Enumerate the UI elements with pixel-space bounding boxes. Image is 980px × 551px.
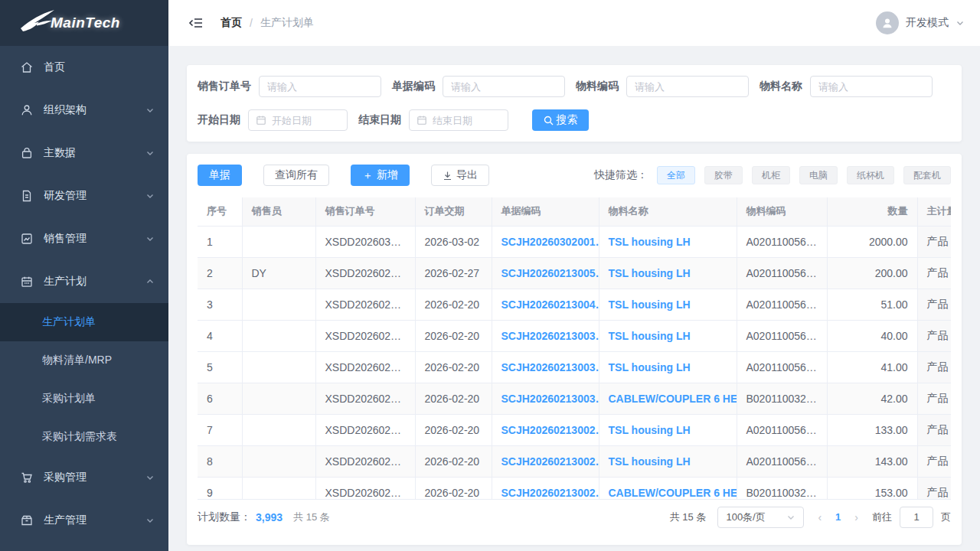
doc-code-input[interactable] bbox=[443, 76, 565, 97]
end-date-input[interactable] bbox=[433, 115, 501, 126]
table-row[interactable]: 2DYXSDD202602…2026-02-27SCJH20260213005…… bbox=[198, 257, 951, 289]
cell-doc-code[interactable]: SCJH20260302001… bbox=[492, 226, 599, 257]
search-filter-panel: 销售订单号 单据编码 物料编码 物料名称 bbox=[187, 65, 962, 142]
quick-filter-cup-machine[interactable]: 纸杯机 bbox=[847, 166, 894, 184]
table-scroll-area[interactable]: 序号 销售员 销售订单号 订单交期 单据编码 物料名称 物料编码 数量 主计量单… bbox=[198, 197, 951, 499]
breadcrumb-separator: / bbox=[250, 17, 253, 29]
user-menu[interactable]: 开发模式 bbox=[876, 11, 965, 34]
cell-sales-order: XSDD202602… bbox=[315, 383, 415, 414]
cell-sales-order: XSDD202602… bbox=[315, 445, 415, 477]
material-code-input[interactable] bbox=[626, 76, 749, 97]
search-icon bbox=[544, 116, 554, 126]
sidebar-item-bom-mrp[interactable]: 物料清单/MRP bbox=[0, 341, 168, 380]
cell-material-name[interactable]: CABLEW/COUPLER 6 HE bbox=[599, 477, 737, 499]
quick-filter-computer[interactable]: 电脑 bbox=[799, 166, 838, 184]
end-date-picker[interactable] bbox=[409, 109, 508, 131]
cell-material-name[interactable]: TSL housing LH bbox=[599, 226, 737, 257]
sidebar: MainTech 首页 组织架构 主数据 bbox=[0, 0, 168, 551]
cell-salesperson bbox=[242, 414, 315, 445]
export-button[interactable]: 导出 bbox=[431, 165, 489, 186]
breadcrumb-home[interactable]: 首页 bbox=[220, 16, 242, 30]
query-all-button[interactable]: 查询所有 bbox=[263, 165, 329, 186]
cell-material-name[interactable]: TSL housing LH bbox=[599, 257, 737, 289]
sidebar-item-purchasing[interactable]: 采购管理 bbox=[0, 456, 168, 499]
bag-icon bbox=[20, 146, 34, 160]
sidebar-item-home[interactable]: 首页 bbox=[0, 46, 168, 89]
prev-page-icon[interactable]: ‹ bbox=[815, 511, 824, 523]
page-number[interactable]: 1 bbox=[835, 511, 841, 523]
cell-doc-code[interactable]: SCJH20260213003… bbox=[492, 351, 599, 383]
table-row[interactable]: 9XSDD202602…2026-02-20SCJH20260213002…CA… bbox=[198, 477, 951, 499]
sidebar-item-label: 采购管理 bbox=[44, 471, 87, 484]
cell-doc-code[interactable]: SCJH20260213004… bbox=[492, 289, 599, 320]
cell-delivery-date: 2026-02-20 bbox=[415, 289, 492, 320]
cell-doc-code[interactable]: SCJH20260213003… bbox=[492, 320, 599, 351]
chevron-down-icon bbox=[145, 191, 155, 201]
cell-sales-order: XSDD202602… bbox=[315, 320, 415, 351]
cell-salesperson bbox=[242, 351, 315, 383]
cell-material-name[interactable]: TSL housing LH bbox=[599, 445, 737, 477]
quick-filter-kit-machine[interactable]: 配套机 bbox=[903, 166, 951, 184]
sidebar-item-production-plan[interactable]: 生产计划 bbox=[0, 260, 168, 303]
cell-material-name[interactable]: TSL housing LH bbox=[599, 351, 737, 383]
quick-filter-group: 快捷筛选： 全部 胶带 机柜 电脑 纸杯机 配套机 bbox=[594, 166, 951, 184]
add-button[interactable]: ＋ 新增 bbox=[351, 165, 410, 186]
cell-material-name[interactable]: TSL housing LH bbox=[599, 414, 737, 445]
cell-material-name[interactable]: CABLEW/COUPLER 6 HE bbox=[599, 383, 737, 414]
cell-doc-code[interactable]: SCJH20260213005… bbox=[492, 257, 599, 289]
table-row[interactable]: 6XSDD202602…2026-02-20SCJH20260213003…CA… bbox=[198, 383, 951, 414]
cell-material-code: A020110056… bbox=[737, 351, 827, 383]
cell-doc-code[interactable]: SCJH20260213003… bbox=[492, 383, 599, 414]
cell-salesperson bbox=[242, 320, 315, 351]
cell-quantity: 2000.00 bbox=[827, 226, 917, 257]
sidebar-item-production-mgmt[interactable]: 生产管理 bbox=[0, 499, 168, 542]
sidebar-item-rnd[interactable]: 研发管理 bbox=[0, 174, 168, 217]
table-row[interactable]: 5XSDD202602…2026-02-20SCJH20260213003…TS… bbox=[198, 351, 951, 383]
cell-salesperson bbox=[242, 226, 315, 257]
start-date-picker[interactable] bbox=[248, 109, 348, 131]
cell-sales-order: XSDD202602… bbox=[315, 257, 415, 289]
quick-filter-tape[interactable]: 胶带 bbox=[704, 166, 743, 184]
field-label: 物料名称 bbox=[760, 80, 802, 93]
table-row[interactable]: 4XSDD202602…2026-02-20SCJH20260213003…TS… bbox=[198, 320, 951, 351]
plus-icon: ＋ bbox=[362, 170, 373, 181]
table-row[interactable]: 1XSDD202603…2026-03-02SCJH20260302001…TS… bbox=[198, 226, 951, 257]
cell-salesperson: DY bbox=[242, 257, 315, 289]
doc-button-label: 单据 bbox=[209, 168, 230, 182]
col-unit: 主计量单位 bbox=[917, 197, 951, 226]
sales-order-input[interactable] bbox=[259, 76, 381, 97]
quick-filter-cabinet[interactable]: 机柜 bbox=[752, 166, 790, 184]
cell-doc-code[interactable]: SCJH20260213002… bbox=[492, 477, 599, 499]
sidebar-item-organization[interactable]: 组织架构 bbox=[0, 89, 168, 132]
table-row[interactable]: 8XSDD202602…2026-02-20SCJH20260213002…TS… bbox=[198, 445, 951, 477]
col-material-code: 物料编码 bbox=[737, 197, 827, 226]
cell-material-name[interactable]: TSL housing LH bbox=[599, 320, 737, 351]
sidebar-item-purchase-plan-order[interactable]: 采购计划单 bbox=[0, 380, 168, 418]
cell-doc-code[interactable]: SCJH20260213002… bbox=[492, 445, 599, 477]
sidebar-item-purchase-plan-demand[interactable]: 采购计划需求表 bbox=[0, 418, 168, 456]
cell-index: 5 bbox=[198, 351, 242, 383]
table-row[interactable]: 7XSDD202602…2026-02-20SCJH20260213002…TS… bbox=[198, 414, 951, 445]
sidebar-item-sales[interactable]: 销售管理 bbox=[0, 217, 168, 260]
sidebar-item-master-data[interactable]: 主数据 bbox=[0, 132, 168, 174]
avatar bbox=[876, 11, 899, 34]
doc-button[interactable]: 单据 bbox=[198, 165, 242, 186]
cell-delivery-date: 2026-02-20 bbox=[415, 414, 492, 445]
sidebar-item-label: 生产计划 bbox=[44, 275, 87, 289]
goto-page-input[interactable] bbox=[900, 507, 933, 528]
cell-index: 3 bbox=[198, 289, 242, 320]
search-button[interactable]: 搜索 bbox=[532, 109, 589, 131]
page-size-select[interactable]: 100条/页 bbox=[717, 507, 804, 528]
cell-quantity: 42.00 bbox=[827, 383, 917, 414]
material-name-input[interactable] bbox=[810, 76, 933, 97]
brand-logo[interactable]: MainTech bbox=[0, 0, 168, 46]
table-row[interactable]: 3XSDD202602…2026-02-20SCJH20260213004…TS… bbox=[198, 289, 951, 320]
cell-doc-code[interactable]: SCJH20260213002… bbox=[492, 414, 599, 445]
cell-material-name[interactable]: TSL housing LH bbox=[599, 289, 737, 320]
cell-salesperson bbox=[242, 477, 315, 499]
next-page-icon[interactable]: › bbox=[852, 511, 861, 523]
quick-filter-all[interactable]: 全部 bbox=[657, 166, 695, 184]
sidebar-item-production-plan-order[interactable]: 生产计划单 bbox=[0, 303, 168, 341]
start-date-input[interactable] bbox=[272, 115, 340, 126]
sidebar-fold-icon[interactable] bbox=[188, 15, 204, 31]
